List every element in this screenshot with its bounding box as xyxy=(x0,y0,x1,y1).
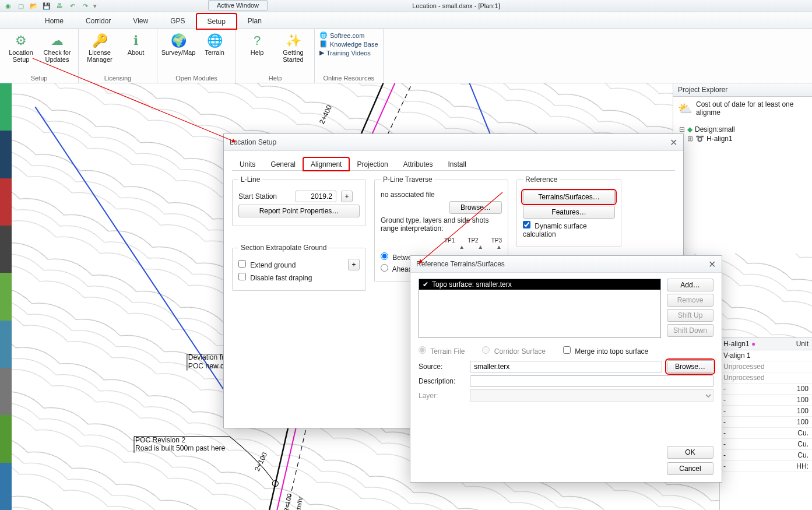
ground-interp-label: Ground type, layers and side shots range… xyxy=(381,216,502,233)
remove-button[interactable]: Remove xyxy=(667,294,713,307)
globe-icon: 🌍 xyxy=(170,33,187,49)
start-station-stepper[interactable]: + xyxy=(341,191,353,202)
open-icon[interactable]: 📂 xyxy=(29,1,38,10)
about-button[interactable]: ℹ About xyxy=(119,31,152,63)
cancel-button[interactable]: Cancel xyxy=(667,462,713,475)
list-item[interactable]: ✔ Topo surface: smaller.terx xyxy=(419,279,660,290)
source-label: Source: xyxy=(419,363,465,371)
extend-ground-checkbox[interactable]: Extend ground xyxy=(238,260,296,269)
unit-header: Unit xyxy=(781,338,812,350)
merge-checkbox[interactable]: Merge into topo surface xyxy=(563,346,648,356)
close-icon[interactable]: ✕ xyxy=(670,137,677,148)
tab-attributes[interactable]: Attributes xyxy=(396,157,441,171)
help-icon: ? xyxy=(249,33,265,49)
tree-halign-node[interactable]: ⊞ ➰ H-align1 xyxy=(679,134,806,143)
dynamic-surface-checkbox[interactable]: Dynamic surface calculation xyxy=(523,221,615,238)
alignment-grid: H-align1 ● Unit V-align 1 Unprocessed Un… xyxy=(719,337,812,510)
ok-button[interactable]: OK xyxy=(667,446,713,459)
disable-fast-draping-checkbox[interactable]: Disable fast draping xyxy=(238,273,312,282)
tab-home[interactable]: Home xyxy=(34,13,75,29)
reference-group: Reference Terrains/Surfaces… Features… D… xyxy=(516,175,621,247)
ribbon-tabs: Home Corridor View GPS Setup Plan xyxy=(0,12,812,29)
license-manager-button[interactable]: 🔑 License Manager xyxy=(83,31,116,63)
location-setup-tabs: Units General Alignment Projection Attri… xyxy=(232,157,675,171)
app-menu-button[interactable]: ◉ xyxy=(3,1,13,10)
start-station-label: Start Station xyxy=(238,192,291,201)
tab-units[interactable]: Units xyxy=(232,157,263,171)
layer-label: Layer: xyxy=(419,392,465,400)
description-input[interactable] xyxy=(470,375,713,387)
ribbon-group-label: Setup xyxy=(31,73,48,82)
features-button[interactable]: Features… xyxy=(523,206,615,219)
key-icon: 🔑 xyxy=(92,33,108,49)
help-button[interactable]: ? Help xyxy=(241,31,273,63)
print-icon[interactable]: 🖶 xyxy=(55,1,64,10)
layer-select[interactable] xyxy=(470,389,713,402)
quick-access-bar: ◉ ▢ 📂 💾 🖶 ↶ ↷ ▾ Active Window Location -… xyxy=(0,0,812,12)
ribbon-group-licensing: 🔑 License Manager ℹ About Licensing xyxy=(79,29,157,83)
left-tool-strip[interactable] xyxy=(0,83,12,510)
tab-general[interactable]: General xyxy=(263,157,303,171)
book-icon: 📘 xyxy=(319,40,328,48)
extend-ground-options[interactable]: + xyxy=(348,259,360,270)
source-browse-button[interactable]: Browse… xyxy=(667,360,713,373)
ribbon-group-label: Online Resources xyxy=(324,73,374,82)
note-revision-2: Road is built 500m past here xyxy=(135,444,225,452)
tab-alignment[interactable]: Alignment xyxy=(303,157,349,171)
tab-projection[interactable]: Projection xyxy=(349,157,395,171)
lline-group: L-Line Start Station + Report Point Prop… xyxy=(232,175,366,226)
report-point-properties-button[interactable]: Report Point Properties… xyxy=(238,205,360,217)
dialog-title: Location Setup xyxy=(230,138,276,146)
survey-map-button[interactable]: 🌍 Survey/Map xyxy=(162,31,195,56)
terrain-file-radio[interactable]: Terrain File xyxy=(419,346,465,356)
knowledge-base-link[interactable]: 📘Knowledge Base xyxy=(319,40,378,48)
active-window-dropdown[interactable]: Active Window xyxy=(208,0,268,10)
terrains-surfaces-button[interactable]: Terrains/Surfaces… xyxy=(523,191,615,203)
shift-down-button[interactable]: Shift Down xyxy=(667,324,713,337)
play-icon: ▶ xyxy=(319,49,324,57)
ahead-radio[interactable]: Ahead xyxy=(381,264,412,273)
corridor-surface-radio[interactable]: Corridor Surface xyxy=(482,346,545,356)
diamond-icon: ◆ xyxy=(687,125,693,133)
redo-icon[interactable]: ↷ xyxy=(80,1,90,10)
cost-warning: ⛅ Cost out of date for at least one alig… xyxy=(673,97,812,120)
ribbon-group-setup: ⚙ Location Setup ☁ Check for Updates Set… xyxy=(0,29,79,83)
ribbon-group-help: ? Help ✨ Getting Started Help xyxy=(236,29,315,83)
ribbon: ⚙ Location Setup ☁ Check for Updates Set… xyxy=(0,29,812,83)
tree-design-node[interactable]: ⊟ ◆ Design:small xyxy=(679,125,806,134)
tab-corridor[interactable]: Corridor xyxy=(75,13,122,29)
add-button[interactable]: Add… xyxy=(667,279,713,291)
globe-icon: 🌐 xyxy=(319,31,328,39)
description-label: Description: xyxy=(419,377,465,385)
shift-up-button[interactable]: Shift Up xyxy=(667,309,713,322)
tab-gps[interactable]: GPS xyxy=(159,13,196,29)
tab-install[interactable]: Install xyxy=(441,157,474,171)
tab-setup[interactable]: Setup xyxy=(196,13,237,29)
location-setup-button[interactable]: ⚙ Location Setup xyxy=(5,31,37,63)
close-icon[interactable]: ✕ xyxy=(708,259,716,270)
project-explorer-panel: Project Explorer ⛅ Cost out of date for … xyxy=(673,83,812,254)
training-videos-link[interactable]: ▶Training Videos xyxy=(319,49,378,57)
tab-plan[interactable]: Plan xyxy=(237,13,273,29)
project-explorer-title: Project Explorer xyxy=(673,83,812,97)
pline-browse-button[interactable]: Browse… xyxy=(449,201,502,214)
check-updates-button[interactable]: ☁ Check for Updates xyxy=(41,31,73,63)
getting-started-button[interactable]: ✨ Getting Started xyxy=(277,31,310,63)
terrain-button[interactable]: 🌐 Terrain xyxy=(198,31,231,56)
ribbon-group-label: Licensing xyxy=(104,73,131,82)
undo-icon[interactable]: ↶ xyxy=(68,1,77,10)
dialog-title: Reference Terrains/Surfaces xyxy=(416,260,505,268)
reference-terrains-dialog: Reference Terrains/Surfaces ✕ ✔ Topo sur… xyxy=(410,255,722,483)
source-input[interactable] xyxy=(470,361,662,372)
section-extrapolate-group: Section Extrapolate Ground Extend ground… xyxy=(232,244,366,291)
start-station-input[interactable] xyxy=(296,191,336,202)
surfaces-list[interactable]: ✔ Topo surface: smaller.terx xyxy=(419,279,661,338)
new-icon[interactable]: ▢ xyxy=(16,1,26,10)
softree-link[interactable]: 🌐Softree.com xyxy=(319,31,378,39)
tab-view[interactable]: View xyxy=(122,13,159,29)
terrain-icon: 🌐 xyxy=(206,33,223,49)
curve-icon: ➰ xyxy=(695,135,704,143)
no-associated-file-label: no associated file xyxy=(381,191,502,199)
save-icon[interactable]: 💾 xyxy=(42,1,51,10)
wand-icon: ✨ xyxy=(285,33,301,49)
